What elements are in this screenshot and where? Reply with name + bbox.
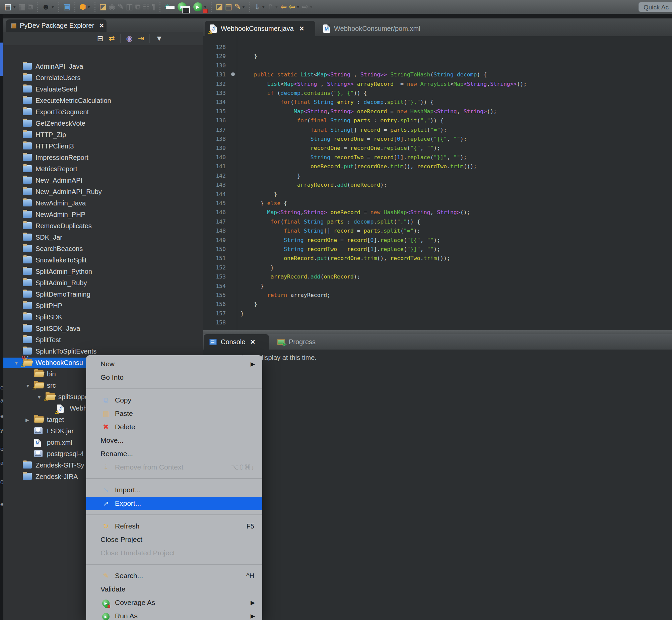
java-badge: J <box>26 355 29 360</box>
menu-item-rename-[interactable]: Rename... <box>86 447 262 461</box>
menu-item-new[interactable]: New▶ <box>86 357 262 371</box>
tree-item-newadmin-php[interactable]: NewAdmin_PHP <box>3 209 203 220</box>
menu-separator <box>86 474 262 483</box>
tree-item-searchbeacons[interactable]: SearchBeacons <box>3 243 203 255</box>
dropdown-arrow-icon[interactable]: ▼ <box>296 5 300 9</box>
menu-item-paste[interactable]: ▤Paste <box>86 407 262 420</box>
tree-item-newadmin-java[interactable]: NewAdmin_Java <box>3 198 203 209</box>
back-arrow-icon[interactable]: ⇦▼ <box>289 1 300 13</box>
tree-item-adminapi-java[interactable]: AdminAPI_Java <box>3 61 203 72</box>
icon-project <box>23 165 32 172</box>
console-tab-progress[interactable]: Progress <box>272 334 325 350</box>
icon-project <box>23 279 32 286</box>
menu-item-coverage-as[interactable]: ▶Coverage As▶ <box>86 596 262 609</box>
tree-item-splitdemotraining[interactable]: SplitDemoTraining <box>3 289 203 300</box>
tab-pydev-package-explorer[interactable]: PyDev Package Explorer ✕ <box>6 19 107 32</box>
tree-item-sdk-jar[interactable]: SDK_Jar <box>3 232 203 243</box>
minimize-icon[interactable] <box>166 6 174 9</box>
tree-item-executemetriccalculation[interactable]: ExecuteMetricCalculation <box>3 95 203 107</box>
tree-item-http-zip[interactable]: HTTP_Zip <box>3 130 203 141</box>
tree-item-new-adminapi-ruby[interactable]: New_AdminAPI_Ruby <box>3 186 203 198</box>
editor-tab-java[interactable]: J⚠WebhookConsumer.java✕ <box>205 21 315 36</box>
tree-item-label: HTTP_Zip <box>36 131 66 139</box>
tree-item-correlateusers[interactable]: CorrelateUsers <box>3 72 203 84</box>
menu-item-validate[interactable]: Validate <box>86 582 262 596</box>
dropdown-arrow-icon[interactable]: ▼ <box>203 5 207 9</box>
menu-item-import-[interactable]: ↘Import... <box>86 483 262 497</box>
quick-access-box[interactable]: Quick Ac <box>638 2 672 12</box>
tree-item-splitadmin-python[interactable]: SplitAdmin_Python <box>3 266 203 277</box>
close-icon[interactable]: ✕ <box>299 25 304 33</box>
tree-item-splitsdk[interactable]: SplitSDK <box>3 312 203 323</box>
link-with-editor-icon[interactable]: ⇄ <box>109 34 115 43</box>
tree-item-label: ImpressionReport <box>36 154 89 161</box>
tree-item-evaluateseed[interactable]: EvaluateSeed <box>3 84 203 95</box>
tree-item-splitsdk-java[interactable]: SplitSDK_Java <box>3 323 203 334</box>
dropdown-arrow-icon[interactable]: ▼ <box>242 5 245 9</box>
paste-folder-icon[interactable]: ▤ <box>225 1 232 13</box>
fold-marker-icon[interactable] <box>231 72 235 76</box>
last-edit-arrow-icon[interactable]: ⇦ <box>280 1 287 13</box>
maximize-icon[interactable] <box>182 6 190 13</box>
new-wizard-icon[interactable]: ▤▼ <box>4 1 16 13</box>
view-menu-icon[interactable]: ▼ <box>156 34 163 43</box>
focus-task-icon[interactable]: ⇥ <box>138 34 144 43</box>
menu-item-copy[interactable]: ⧉Copy <box>86 394 262 407</box>
menu-item-search-[interactable]: ✎Search...^H <box>86 569 262 582</box>
open-folder-icon[interactable]: ◪ <box>216 1 223 13</box>
filters-icon[interactable]: ◉ <box>126 34 133 43</box>
tree-item-snowflaketosplit[interactable]: SnowflakeToSplit <box>3 255 203 266</box>
import-list-icon[interactable]: ⇓▼ <box>254 1 265 13</box>
tree-item-impressionreport[interactable]: ImpressionReport <box>3 152 203 163</box>
menu-item-delete[interactable]: ✖Delete <box>86 420 262 434</box>
dropdown-arrow-icon[interactable]: ▼ <box>87 5 91 9</box>
tree-item-new-adminapi[interactable]: New_AdminAPI <box>3 175 203 186</box>
user-profile-icon[interactable]: ☻▼ <box>42 1 55 13</box>
toolbar-separator <box>73 2 77 12</box>
menu-item-go-into[interactable]: Go Into <box>86 371 262 384</box>
menu-item-refresh[interactable]: ↻RefreshF5 <box>86 519 262 533</box>
dropdown-arrow-icon[interactable]: ▼ <box>13 5 16 9</box>
close-icon[interactable]: ✕ <box>250 338 255 346</box>
dropdown-arrow-icon[interactable]: ▼ <box>262 5 265 9</box>
external-tools-icon[interactable]: ▶▼ <box>193 1 207 13</box>
toolbar-separator <box>150 34 150 43</box>
tree-item-splitphp[interactable]: SplitPHP <box>3 300 203 312</box>
toolbar-separator <box>57 2 61 12</box>
menu-item-label: Validate <box>101 585 125 593</box>
remote-console-icon[interactable]: ▣ <box>63 1 71 13</box>
console-icon <box>209 339 217 345</box>
console-tab-console[interactable]: Console✕ <box>204 334 269 350</box>
tree-item-getzendeskvote[interactable]: GetZendeskVote <box>3 118 203 130</box>
menu-item-move-[interactable]: Move... <box>86 434 262 447</box>
menu-item-close-project[interactable]: Close Project <box>86 533 262 546</box>
dropdown-arrow-icon[interactable]: ▼ <box>51 5 55 9</box>
split-orange-icon[interactable]: ⬢▼ <box>79 1 91 13</box>
tree-item-label: SnowflakeToSplit <box>36 256 87 264</box>
tree-item-metricsreport[interactable]: MetricsReport <box>3 163 203 175</box>
panel-sash[interactable] <box>203 330 672 334</box>
chevron-down-icon[interactable]: ▼ <box>14 360 19 366</box>
tree-item-httpclient3[interactable]: HTTPClient3 <box>3 141 203 152</box>
forward-arrow-icon: ⇨ <box>302 3 308 11</box>
tree-item-exporttosegment[interactable]: ExportToSegment <box>3 107 203 118</box>
icon-project <box>23 462 32 468</box>
icon-project <box>23 131 32 138</box>
code-editor[interactable]: } public static List<Map<String , String… <box>240 36 672 330</box>
collapse-all-icon[interactable]: ⊟ <box>97 34 103 43</box>
dropdown-arrow-icon[interactable]: ▼ <box>310 5 313 9</box>
close-icon[interactable]: ✕ <box>99 22 104 30</box>
chevron-down-icon[interactable]: ▼ <box>25 383 30 389</box>
tree-item-splitadmin-ruby[interactable]: SplitAdmin_Ruby <box>3 277 203 289</box>
tree-item-removeduplicates[interactable]: RemoveDuplicates <box>3 220 203 232</box>
menu-item-run-as[interactable]: ▶Run As▶ <box>86 609 262 620</box>
open-resource-icon[interactable]: ◪ <box>100 1 107 13</box>
marker-pen-icon[interactable]: ✎▼ <box>234 1 245 13</box>
chevron-right-icon[interactable]: ▶ <box>25 417 29 423</box>
tree-item-splittest[interactable]: SplitTest <box>3 334 203 346</box>
dropdown-arrow-icon[interactable]: ▼ <box>275 5 278 9</box>
editor-tab-pom[interactable]: MWebhookConsumer/pom.xml <box>318 21 435 36</box>
tree-item-label: postgresql-4 <box>47 450 84 458</box>
chevron-down-icon[interactable]: ▼ <box>37 395 42 400</box>
menu-item-export-[interactable]: ↗Export... <box>86 497 262 510</box>
